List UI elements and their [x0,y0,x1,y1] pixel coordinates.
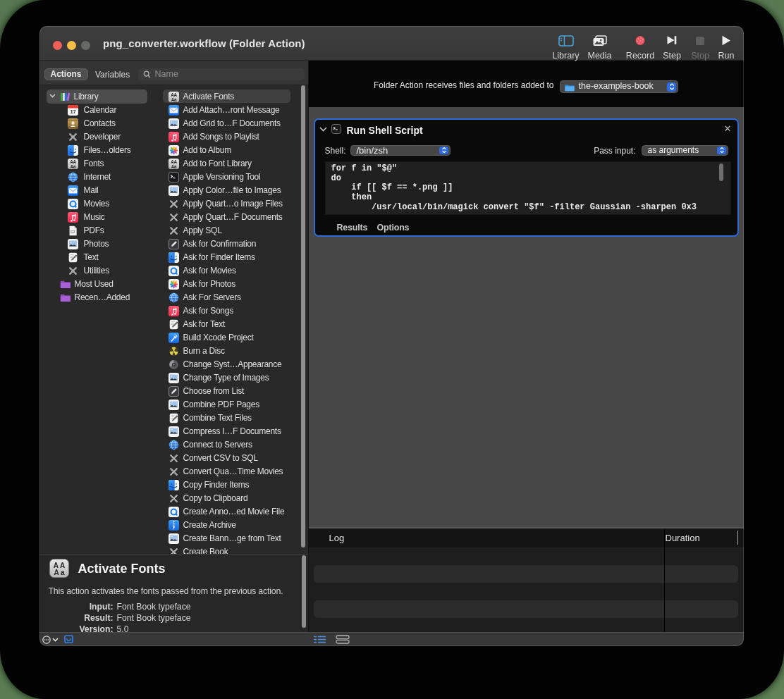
svg-text:A a: A a [54,569,65,576]
svg-text:A A: A A [53,562,64,569]
